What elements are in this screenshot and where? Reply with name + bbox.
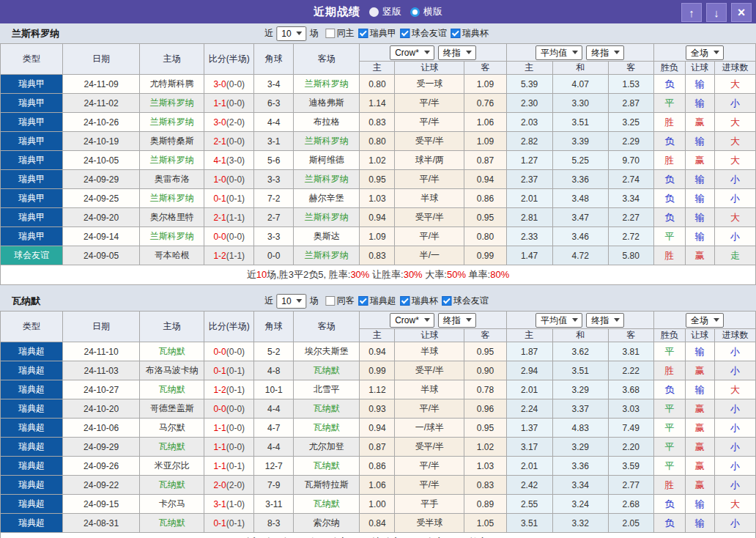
same-venue-checkbox[interactable]: 同主: [326, 27, 355, 40]
bookmaker-select-value: Crow*: [395, 46, 419, 59]
bookmaker-select[interactable]: Crow*: [390, 45, 434, 60]
layout-radio-vertical[interactable]: 竖版: [369, 5, 401, 18]
avg-draw: 3.51: [552, 113, 608, 132]
date-cell: 24-09-29: [63, 438, 140, 457]
odds-home: 1.12: [360, 380, 395, 399]
odds-handicap: 受平/半: [395, 208, 464, 227]
same-venue-checkbox[interactable]: 同客: [326, 295, 355, 307]
odds-stage-select[interactable]: 终指: [438, 313, 476, 328]
fullmatch-header-group: 全场: [653, 312, 755, 329]
match-count-select[interactable]: 10: [276, 294, 306, 309]
sections-container: 兰斯科罗纳 近 10 场 同主瑞典甲球会友谊瑞典杯 类型: [0, 23, 756, 538]
avg-away: 3.81: [608, 342, 653, 361]
league-filter-checkbox[interactable]: 瑞典甲: [359, 27, 396, 40]
corner-cell: 3-3: [254, 170, 294, 189]
radio-circle-icon[interactable]: [410, 7, 420, 17]
result-outcome: 平: [653, 438, 685, 457]
odds-home: 0.86: [360, 457, 395, 476]
avg-draw: 3.30: [552, 94, 608, 113]
checkbox-icon[interactable]: [442, 296, 452, 306]
away-team: 兰斯科罗纳: [294, 208, 360, 227]
result-outcome: 平: [653, 457, 685, 476]
result-handicap: 输: [685, 495, 714, 514]
date-cell: 24-09-05: [63, 246, 140, 265]
col-header-corner: 角球: [254, 312, 294, 342]
avg-away: 2.05: [608, 514, 653, 533]
avg-home: 2.01: [506, 380, 552, 399]
avg-away: 3.59: [608, 457, 653, 476]
table-row: 瑞典超24-09-29瓦纳默1-1(0-0)4-4尤尔加登0.87受平/半1.0…: [1, 438, 756, 457]
layout-radio-horizontal[interactable]: 横版: [410, 5, 442, 18]
league-filter-checkbox[interactable]: 瑞典杯: [401, 295, 438, 307]
type-badge: 瑞典甲: [1, 132, 63, 151]
home-team: 马尔默: [140, 419, 204, 438]
bookmaker-select[interactable]: Crow*: [390, 313, 434, 328]
league-filter-checkbox[interactable]: 球会友谊: [401, 27, 447, 40]
checkbox-icon[interactable]: [326, 29, 336, 38]
checkbox-icon[interactable]: [401, 296, 410, 306]
average-select[interactable]: 平均值: [536, 45, 582, 60]
odds-stage-select-2[interactable]: 终指: [586, 45, 624, 60]
corner-cell: 5-6: [254, 151, 294, 170]
col-header-type: 类型: [1, 44, 63, 75]
scope-select[interactable]: 全场: [686, 313, 724, 328]
league-filter-checkbox[interactable]: 瑞典杯: [451, 27, 489, 40]
sub-header-outcome: 胜负: [653, 62, 685, 75]
league-filter-checkbox[interactable]: 球会友谊: [442, 295, 489, 307]
date-cell: 24-09-26: [63, 457, 140, 476]
team-section: 瓦纳默 近 10 场 同客瑞典超瑞典杯球会友谊 类型: [0, 291, 756, 538]
away-team: 瓦斯特拉斯: [294, 476, 360, 495]
average-select[interactable]: 平均值: [536, 313, 582, 328]
odds-handicap: 平/半: [395, 94, 464, 113]
home-team: 瓦纳默: [140, 380, 204, 399]
checkbox-label: 同客: [337, 295, 355, 307]
scope-select[interactable]: 全场: [686, 45, 724, 60]
odds-home: 0.94: [360, 419, 395, 438]
corner-cell: 4-8: [254, 361, 294, 380]
result-handicap: 赢: [685, 113, 714, 132]
checkbox-icon[interactable]: [326, 296, 336, 306]
checkbox-icon[interactable]: [401, 29, 410, 38]
avg-home: 1.47: [506, 246, 552, 265]
scroll-up-button[interactable]: ↑: [681, 3, 702, 22]
result-handicap: 输: [685, 227, 714, 246]
close-button[interactable]: ×: [731, 3, 752, 22]
sub-header-avg-away: 客: [608, 329, 653, 342]
table-row: 瑞典甲24-10-19奥斯特桑斯2-1(0-0)3-1兰斯科罗纳0.80受平/半…: [1, 132, 756, 151]
result-outcome: 胜: [653, 476, 685, 495]
result-outcome: 胜: [653, 246, 685, 265]
away-team: 兰斯科罗纳: [294, 75, 360, 94]
avg-draw: 3.62: [552, 342, 608, 361]
checkbox-icon[interactable]: [359, 296, 368, 306]
chevron-down-icon: [424, 51, 430, 54]
league-filter-checkbox[interactable]: 瑞典超: [359, 295, 396, 307]
checkbox-icon[interactable]: [451, 29, 461, 38]
score-cell: 2-0(2-0): [204, 476, 254, 495]
scroll-down-button[interactable]: ↓: [706, 3, 727, 22]
odds-home: 0.87: [360, 438, 395, 457]
checkbox-icon[interactable]: [359, 29, 368, 38]
result-goals: 小: [714, 94, 755, 113]
corner-cell: 4-4: [254, 438, 294, 457]
odds-handicap: 受一球: [395, 75, 464, 94]
avg-away: 2.68: [608, 495, 653, 514]
score-cell: 0-1(0-1): [204, 189, 254, 208]
odds-stage-select-2[interactable]: 终指: [586, 313, 624, 328]
near-label: 近: [264, 27, 273, 40]
arrow-up-icon: ↑: [689, 7, 694, 19]
odds-stage-select[interactable]: 终指: [438, 45, 476, 60]
away-team: 迪格弗斯: [294, 94, 360, 113]
match-count-select[interactable]: 10: [276, 26, 306, 41]
home-team: 哥本哈根: [140, 246, 204, 265]
team-section-header: 兰斯科罗纳 近 10 场 同主瑞典甲球会友谊瑞典杯: [0, 23, 756, 43]
table-row: 瑞典甲24-11-09尤特斯科腾3-0(0-0)3-4兰斯科罗纳0.80受一球1…: [1, 75, 756, 94]
score-cell: 1-1(0-0): [204, 419, 254, 438]
radio-circle-icon[interactable]: [369, 7, 379, 17]
date-cell: 24-08-31: [63, 514, 140, 533]
avg-away: 2.27: [608, 208, 653, 227]
date-cell: 24-11-10: [63, 342, 140, 361]
sub-header-handicap-result: 让球: [685, 329, 714, 342]
window-buttons: ↑ ↓ ×: [681, 3, 752, 22]
odds-stage-value: 终指: [443, 314, 461, 327]
filter-checkboxes: 同主瑞典甲球会友谊瑞典杯: [326, 27, 492, 40]
